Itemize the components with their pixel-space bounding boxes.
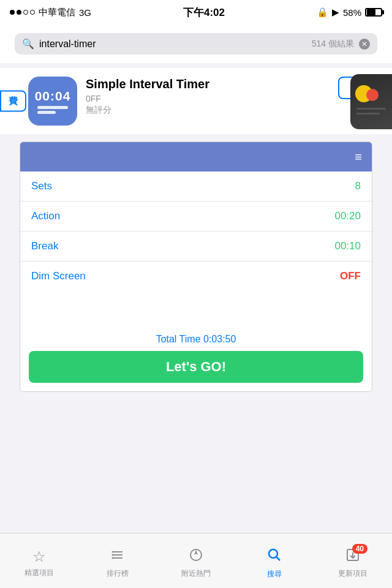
updates-badge: 40 bbox=[352, 544, 368, 554]
search-clear-button[interactable]: ✕ bbox=[359, 39, 370, 50]
screenshot-row-break: Break 00:10 bbox=[20, 232, 372, 262]
svg-point-8 bbox=[269, 549, 277, 558]
app-icon-time: 00:04 bbox=[35, 89, 71, 104]
location-icon: ▶ bbox=[332, 7, 339, 18]
sets-label: Sets bbox=[31, 180, 52, 192]
status-time: 下午4:02 bbox=[183, 6, 225, 20]
status-bar: 中華電信 3G 下午4:02 🔒 ▶ 58% bbox=[0, 0, 392, 24]
break-label: Break bbox=[31, 240, 58, 252]
screenshot-row-sets: Sets 8 bbox=[20, 172, 372, 202]
signal-dot-3 bbox=[23, 10, 28, 15]
search-tab-icon bbox=[266, 547, 282, 567]
app-rating: 無評分 bbox=[86, 105, 330, 116]
peek-red-circle bbox=[366, 89, 379, 101]
app-screenshot: ≡ Sets 8 Action 00:20 Break 00:10 bbox=[20, 141, 372, 392]
nearby-label: 附近熱門 bbox=[181, 568, 211, 579]
status-left: 中華電信 3G bbox=[10, 7, 91, 18]
tab-bar: ☆ 精選項目 排行榜 附近熱門 bbox=[0, 533, 392, 588]
app-icon-bars bbox=[37, 106, 68, 114]
screenshot-row-action: Action 00:20 bbox=[20, 202, 372, 232]
battery-fill bbox=[367, 9, 375, 15]
battery-percent: 58% bbox=[343, 7, 361, 18]
menu-icon: ≡ bbox=[355, 150, 362, 164]
signal-dot-4 bbox=[30, 10, 35, 15]
action-label: Action bbox=[31, 210, 60, 222]
signal-dots bbox=[10, 10, 35, 15]
tab-nearby[interactable]: 附近熱門 bbox=[157, 543, 235, 579]
app-version: 0FF bbox=[86, 94, 330, 104]
signal-dot-2 bbox=[17, 10, 21, 15]
updates-badge-wrap: 40 bbox=[345, 548, 360, 566]
dim-screen-label: Dim Screen bbox=[31, 270, 86, 282]
search-bar[interactable]: 🔍 interval-timer 514 個結果 ✕ bbox=[15, 33, 377, 55]
peek-app-icon bbox=[350, 74, 392, 129]
tab-updates[interactable]: 40 更新項目 bbox=[314, 543, 392, 579]
screenshot-spacer bbox=[20, 291, 372, 328]
search-icon: 🔍 bbox=[22, 38, 34, 50]
svg-point-5 bbox=[112, 557, 114, 559]
tab-rankings[interactable]: 排行榜 bbox=[78, 543, 157, 579]
carrier-name: 中華電信 bbox=[39, 7, 75, 18]
screenshot-rows: Sets 8 Action 00:20 Break 00:10 Dim Scre… bbox=[20, 172, 372, 291]
screenshot-header: ≡ bbox=[20, 142, 372, 172]
peek-bar-2 bbox=[356, 113, 380, 115]
battery-icon bbox=[365, 8, 382, 17]
break-value: 00:10 bbox=[334, 240, 361, 252]
lets-go-button[interactable]: Let's GO! bbox=[29, 351, 363, 383]
search-tab-label: 搜尋 bbox=[267, 569, 282, 579]
svg-point-4 bbox=[112, 554, 114, 556]
featured-label: 精選項目 bbox=[24, 568, 54, 578]
lock-icon: 🔒 bbox=[317, 7, 328, 18]
app-icon-bar-2 bbox=[37, 111, 56, 114]
dim-screen-value: OFF bbox=[340, 270, 361, 282]
app-info: Simple Interval Timer 0FF 無評分 bbox=[86, 77, 330, 116]
rankings-icon bbox=[110, 548, 125, 566]
app-icon-bar-1 bbox=[37, 106, 68, 109]
svg-marker-7 bbox=[194, 550, 198, 555]
search-result-count: 514 個結果 bbox=[312, 39, 354, 50]
action-value: 00:20 bbox=[334, 210, 361, 222]
tab-featured[interactable]: ☆ 精選項目 bbox=[0, 543, 78, 578]
rankings-label: 排行榜 bbox=[107, 568, 129, 579]
app-card: 費 00:04 Simple Interval Timer 0FF 無評分 開啟 bbox=[0, 68, 392, 134]
featured-icon: ☆ bbox=[32, 548, 46, 565]
app-icon: 00:04 bbox=[28, 77, 77, 126]
screenshot-row-dim-screen: Dim Screen OFF bbox=[20, 262, 372, 291]
svg-line-9 bbox=[277, 557, 281, 561]
nearby-icon bbox=[189, 548, 203, 566]
free-badge: 費 bbox=[0, 91, 26, 112]
network-type: 3G bbox=[79, 7, 91, 18]
search-query[interactable]: interval-timer bbox=[39, 39, 307, 50]
tab-search[interactable]: 搜尋 bbox=[235, 542, 314, 579]
content-area: 費 00:04 Simple Interval Timer 0FF 無評分 開啟 bbox=[0, 63, 392, 397]
signal-dot-1 bbox=[10, 10, 15, 15]
svg-point-3 bbox=[112, 551, 114, 553]
status-right: 🔒 ▶ 58% bbox=[317, 7, 382, 18]
app-name: Simple Interval Timer bbox=[86, 77, 330, 91]
sets-value: 8 bbox=[355, 180, 361, 192]
updates-label: 更新項目 bbox=[338, 568, 368, 579]
screenshot-wrapper: ≡ Sets 8 Action 00:20 Break 00:10 bbox=[0, 134, 392, 392]
total-time: Total Time 0:03:50 bbox=[20, 328, 372, 351]
peek-bar-1 bbox=[356, 108, 386, 110]
